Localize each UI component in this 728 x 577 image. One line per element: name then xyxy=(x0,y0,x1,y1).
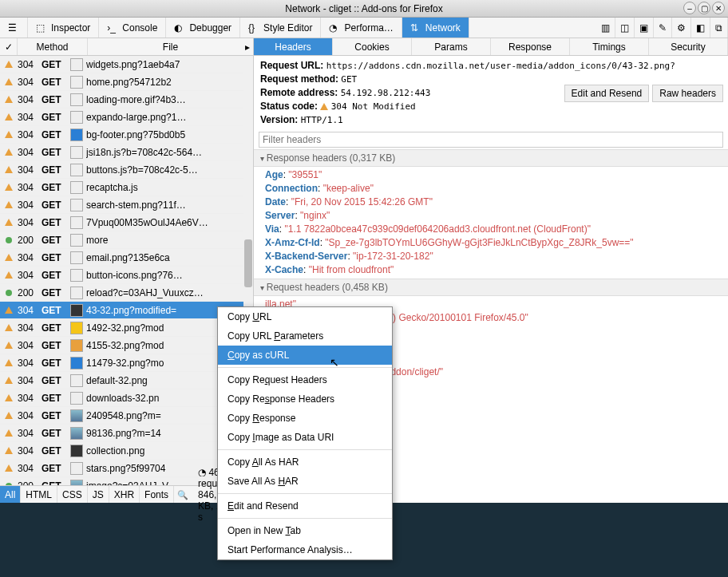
header-name: X-Backend-Server xyxy=(265,251,347,262)
menu-separator xyxy=(218,367,392,368)
filter-tab-html[interactable]: HTML xyxy=(21,486,57,503)
panel-toggle-1[interactable]: ▥ xyxy=(596,18,615,38)
file-column-header[interactable]: File▸ xyxy=(88,38,253,55)
menu-item[interactable]: Edit and Resend xyxy=(218,496,392,516)
console-tool[interactable]: ›_Console xyxy=(99,18,166,38)
method-cell: GET xyxy=(42,375,70,386)
request-row[interactable]: 304GETbg-footer.png?75bd0b5 xyxy=(0,126,253,144)
request-list[interactable]: 304GETwidgets.png?1aeb4a7304GEThome.png?… xyxy=(0,56,253,485)
dock-side-icon[interactable]: ◧ xyxy=(691,18,710,38)
request-row[interactable]: 304GETemail.png?135e6ca xyxy=(0,249,253,267)
request-row[interactable]: 304GETjsi18n.js?b=708c42c-564… xyxy=(0,144,253,161)
request-row[interactable]: 304GETexpando-large.png?1… xyxy=(0,109,253,126)
request-row[interactable]: 304GETbuttons.js?b=708c42c-5… xyxy=(0,161,253,179)
tab-params[interactable]: Params xyxy=(412,38,491,55)
request-row[interactable]: 200GETimage?c=03AHJ_V xyxy=(0,477,253,485)
menu-item[interactable]: Copy All As HAR xyxy=(218,453,392,472)
menu-item[interactable]: Open in New Tab xyxy=(218,521,392,540)
scratchpad-icon[interactable]: ✎ xyxy=(654,18,672,38)
dock-window-icon[interactable]: ⧉ xyxy=(710,18,728,38)
filter-tab-fonts[interactable]: Fonts xyxy=(140,486,174,503)
file-name-cell: home.png?54712b2 xyxy=(86,77,253,88)
request-row[interactable]: 304GET98136.png?m=14 xyxy=(0,425,253,442)
method-cell: GET xyxy=(42,129,70,140)
request-row[interactable]: 304GETdefault-32.png xyxy=(0,372,253,389)
file-type-icon xyxy=(70,58,83,71)
tab-cookies[interactable]: Cookies xyxy=(333,38,412,55)
close-icon[interactable]: ✕ xyxy=(712,2,725,14)
menu-item[interactable]: Copy URL xyxy=(218,307,392,326)
raw-headers-button[interactable]: Raw headers xyxy=(652,85,723,102)
request-row[interactable]: 304GET2409548.png?m= xyxy=(0,407,253,425)
status-code-cell: 304 xyxy=(18,463,42,474)
scrollbar-thumb[interactable] xyxy=(244,239,252,287)
panel-toggle-2[interactable]: ◫ xyxy=(615,18,635,38)
style-editor-tool[interactable]: {}Style Editor xyxy=(240,18,321,38)
menu-item[interactable]: Copy as cURL xyxy=(218,346,392,365)
responsive-icon[interactable]: ▣ xyxy=(635,18,654,38)
request-row[interactable]: 304GETdownloads-32.pn xyxy=(0,389,253,407)
request-row[interactable]: 304GETcollection.png xyxy=(0,442,253,460)
request-row[interactable]: 304GETstars.png?5f99704 xyxy=(0,460,253,477)
cursor-icon: ↖ xyxy=(330,356,339,369)
debugger-tool[interactable]: ◐Debugger xyxy=(166,18,240,38)
devtools-toolbar: ☰ ⬚Inspector ›_Console ◐Debugger {}Style… xyxy=(0,18,728,38)
method-cell: GET xyxy=(42,182,70,193)
maximize-icon[interactable]: ▢ xyxy=(698,2,710,14)
request-method-label: Request method: xyxy=(260,73,338,85)
method-cell: GET xyxy=(42,287,70,298)
method-cell: GET xyxy=(42,147,70,158)
request-row[interactable]: 200GETmore xyxy=(0,231,253,249)
remote-address-label: Remote address: xyxy=(260,87,338,98)
toggle-tool[interactable]: ☰ xyxy=(0,18,28,38)
settings-icon[interactable]: ⚙ xyxy=(672,18,691,38)
request-row[interactable]: 304GETloading-more.gif?4b3… xyxy=(0,91,253,109)
tab-response[interactable]: Response xyxy=(491,38,570,55)
file-name-cell: bg-footer.png?75bd0b5 xyxy=(86,129,253,140)
request-row[interactable]: 304GET4155-32.png?mod xyxy=(0,337,253,354)
menu-item[interactable]: Save All As HAR xyxy=(218,472,392,491)
debugger-icon: ◐ xyxy=(174,22,185,34)
menu-item[interactable]: Copy Response xyxy=(218,409,392,428)
filter-tab-js[interactable]: JS xyxy=(88,486,109,503)
file-name-cell: button-icons.png?76… xyxy=(86,270,253,281)
column-sort-icon[interactable]: ▸ xyxy=(245,41,250,53)
request-row[interactable]: 304GETrecaptcha.js xyxy=(0,179,253,196)
menu-item[interactable]: Copy Image as Data URI xyxy=(218,428,392,447)
file-type-icon xyxy=(70,462,83,475)
tab-timings[interactable]: Timings xyxy=(570,38,649,55)
menu-item[interactable]: Copy URL Parameters xyxy=(218,326,392,346)
request-row[interactable]: 304GETwidgets.png?1aeb4a7 xyxy=(0,56,253,73)
header-row: X-Backend-Server: "ip-172-31-20-182" xyxy=(265,250,717,263)
request-row[interactable]: 304GET11479-32.png?mo xyxy=(0,354,253,372)
request-headers-section[interactable]: Request headers (0,458 KB) xyxy=(254,279,728,296)
filter-tab-all[interactable]: All xyxy=(0,486,21,503)
file-type-icon xyxy=(70,392,83,405)
method-column-header[interactable]: Method xyxy=(18,38,88,55)
response-headers-section[interactable]: Response headers (0,317 KB) xyxy=(254,149,728,167)
tab-headers[interactable]: Headers xyxy=(254,38,333,55)
network-tool[interactable]: ⇅Network xyxy=(402,18,469,38)
menu-item[interactable]: Copy Response Headers xyxy=(218,389,392,409)
filter-tab-xhr[interactable]: XHR xyxy=(109,486,140,503)
request-row[interactable]: 304GET43-32.png?modified= xyxy=(0,302,253,319)
inspector-tool[interactable]: ⬚Inspector xyxy=(28,18,99,38)
method-cell: GET xyxy=(42,217,70,228)
file-name-cell: loading-more.gif?4b3… xyxy=(86,94,253,105)
request-row[interactable]: 304GET1492-32.png?mod xyxy=(0,319,253,337)
edit-resend-button[interactable]: Edit and Resend xyxy=(564,85,650,102)
menu-item[interactable]: Copy Request Headers xyxy=(218,370,392,389)
request-row[interactable]: 304GEThome.png?54712b2 xyxy=(0,73,253,91)
performance-tool[interactable]: ◔Performa… xyxy=(321,18,402,38)
minimize-icon[interactable]: – xyxy=(683,2,696,14)
status-column-header[interactable]: ✓ xyxy=(0,38,18,55)
filter-headers-input[interactable] xyxy=(259,132,723,148)
menu-item[interactable]: Start Performance Analysis… xyxy=(218,540,392,559)
request-row[interactable]: 304GETbutton-icons.png?76… xyxy=(0,267,253,284)
request-row[interactable]: 200GETreload?c=03AHJ_Vuuxcz… xyxy=(0,284,253,302)
tab-security[interactable]: Security xyxy=(649,38,728,55)
request-row[interactable]: 304GETsearch-stem.png?11f… xyxy=(0,196,253,214)
filter-tab-css[interactable]: CSS xyxy=(57,486,88,503)
request-row[interactable]: 304GET7Vpuq00M35wOulJ4Ae6V… xyxy=(0,214,253,231)
filter-search-icon[interactable] xyxy=(174,489,192,500)
